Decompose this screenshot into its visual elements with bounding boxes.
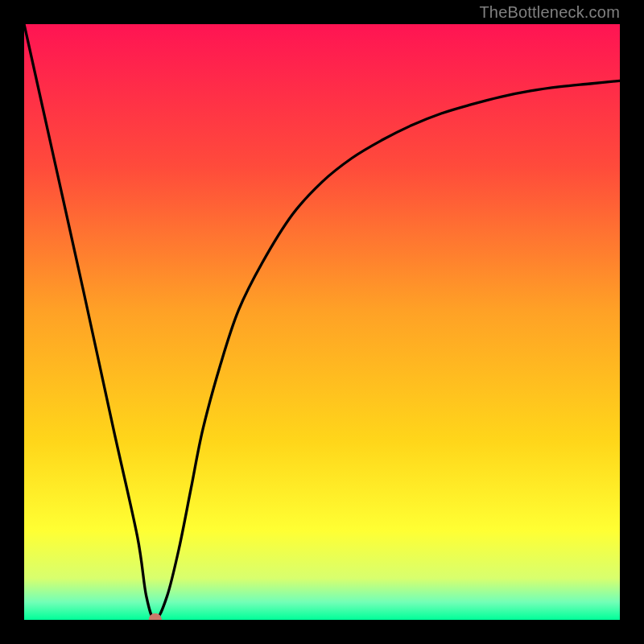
chart-frame: TheBottleneck.com [0, 0, 644, 644]
curve-layer [24, 24, 620, 620]
watermark-text: TheBottleneck.com [479, 3, 620, 22]
plot-area [24, 24, 620, 620]
bottleneck-curve [24, 24, 620, 620]
